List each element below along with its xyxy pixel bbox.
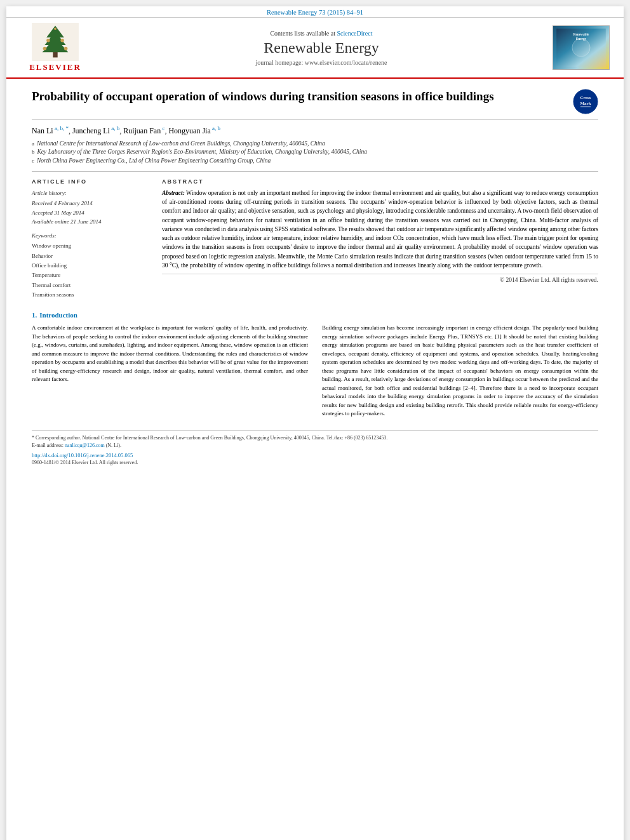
journal-ref: Renewable Energy 73 (2015) 84–91 — [267, 9, 363, 16]
svg-point-11 — [572, 39, 590, 57]
keyword-window-opening: Window opening — [32, 241, 149, 251]
journal-cover-image: Renewable Energy — [553, 25, 610, 70]
author-ruijuan-fan: Ruijuan Fan — [123, 126, 161, 135]
abstract-label: ABSTRACT — [162, 178, 598, 185]
footnote-area: * Corresponding author. National Centre … — [32, 430, 598, 465]
article-title: Probability of occupant operation of win… — [32, 89, 494, 105]
section-title: Introduction — [39, 311, 77, 319]
affiliations: a National Centre for International Rese… — [32, 140, 598, 165]
sciencedirect-link[interactable]: ScienceDirect — [337, 30, 372, 37]
keyword-transition-seasons: Transition seasons — [32, 290, 149, 300]
author-hongyuan-jia: Hongyuan Jia — [168, 126, 210, 135]
svg-text:Energy: Energy — [576, 37, 587, 41]
keyword-behavior: Behavior — [32, 251, 149, 261]
intro-right-text: Building energy simulation has become in… — [322, 324, 598, 418]
copyright-line: © 2014 Elsevier Ltd. All rights reserved… — [162, 274, 598, 283]
affiliation-b: b Key Laboratory of the Three Gorges Res… — [32, 148, 598, 156]
email-address[interactable]: nanlicqu@126.com — [65, 443, 105, 448]
svg-point-7 — [43, 47, 47, 51]
author-nan-li: Nan Li — [32, 126, 53, 135]
footnote-text: * Corresponding author. National Centre … — [32, 435, 387, 441]
svg-point-9 — [54, 27, 57, 30]
article-title-section: Probability of occupant operation of win… — [32, 89, 598, 120]
elsevier-wordmark: ELSEVIER — [29, 62, 81, 72]
article-info-abstract-section: ARTICLE INFO Article history: Received 4… — [32, 171, 598, 300]
email-suffix: (N. Li). — [105, 443, 121, 448]
svg-text:Cross: Cross — [580, 95, 591, 100]
keywords-label: Keywords: — [32, 232, 149, 239]
intro-left: A comfortable indoor environment at the … — [32, 324, 308, 422]
received-date: Received 4 February 2014 — [32, 199, 149, 208]
sciencedirect-line: Contents lists available at ScienceDirec… — [270, 30, 372, 37]
article-history-title: Article history: — [32, 189, 149, 197]
issn-line: 0960-1481/© 2014 Elsevier Ltd. All right… — [32, 460, 598, 465]
elsevier-logo-area: ELSEVIER — [14, 23, 97, 72]
svg-text:Renewable: Renewable — [573, 32, 589, 36]
article-history: Article history: Received 4 February 201… — [32, 189, 149, 227]
accepted-date: Accepted 31 May 2014 — [32, 208, 149, 217]
email-label: E-mail address: — [32, 443, 64, 448]
elsevier-logo: ELSEVIER — [29, 23, 81, 72]
keywords-section: Keywords: Window opening Behavior Office… — [32, 232, 149, 300]
svg-text:Mark: Mark — [580, 101, 591, 106]
journal-title: Renewable Energy — [264, 39, 379, 57]
journal-cover-area: Renewable Energy — [546, 23, 616, 72]
keyword-thermal-comfort: Thermal comfort — [32, 281, 149, 290]
page: Renewable Energy 73 (2015) 84–91 — [6, 6, 624, 840]
journal-homepage: journal homepage: www.elsevier.com/locat… — [255, 59, 387, 66]
section-number: 1. — [32, 311, 37, 319]
sciencedirect-prefix: Contents lists available at — [270, 30, 335, 37]
footnote-email-line: E-mail address: nanlicqu@126.com (N. Li)… — [32, 442, 598, 450]
journal-info-center: Contents lists available at ScienceDirec… — [103, 23, 540, 72]
intro-right-p1: Building energy simulation has become in… — [322, 324, 598, 418]
journal-topbar: Renewable Energy 73 (2015) 84–91 — [6, 6, 624, 18]
intro-left-p1: A comfortable indoor environment at the … — [32, 324, 308, 384]
svg-point-6 — [60, 39, 64, 43]
intro-right: Building energy simulation has become in… — [322, 324, 598, 422]
crossmark-icon: Cross Mark — [573, 89, 598, 114]
article-content: Probability of occupant operation of win… — [6, 79, 624, 476]
intro-two-col: A comfortable indoor environment at the … — [32, 324, 598, 422]
available-date: Available online 21 June 2014 — [32, 217, 149, 226]
article-info-column: ARTICLE INFO Article history: Received 4… — [32, 178, 149, 300]
keyword-temperature: Temperature — [32, 270, 149, 280]
affiliation-c: c North China Power Engineering Co., Ltd… — [32, 157, 598, 165]
section-heading: 1. Introduction — [32, 309, 598, 320]
introduction-section: 1. Introduction A comfortable indoor env… — [32, 309, 598, 422]
svg-point-8 — [64, 47, 68, 51]
svg-point-5 — [46, 39, 50, 43]
journal-header: ELSEVIER Contents lists available at Sci… — [6, 18, 624, 79]
author-juncheng-li: Juncheng Li — [72, 126, 110, 135]
doi-text: http://dx.doi.org/10.1016/j.renene.2014.… — [32, 452, 133, 458]
authors-line: Nan Li a, b, *, Juncheng Li a, b, Ruijua… — [32, 125, 598, 136]
footnote-corresponding: * Corresponding author. National Centre … — [32, 434, 598, 442]
intro-left-text: A comfortable indoor environment at the … — [32, 324, 308, 384]
affiliation-a: a National Centre for International Rese… — [32, 140, 598, 148]
doi-line[interactable]: http://dx.doi.org/10.1016/j.renene.2014.… — [32, 452, 598, 458]
abstract-bold-label: Abstract: — [162, 190, 185, 196]
abstract-text: Abstract: Window operation is not only a… — [162, 189, 598, 270]
abstract-column: ABSTRACT Abstract: Window operation is n… — [162, 178, 598, 300]
elsevier-tree-icon — [30, 23, 81, 61]
keyword-office-building: Office building — [32, 261, 149, 270]
article-info-label: ARTICLE INFO — [32, 178, 149, 185]
abstract-content: Window operation is not only an importan… — [162, 190, 598, 269]
